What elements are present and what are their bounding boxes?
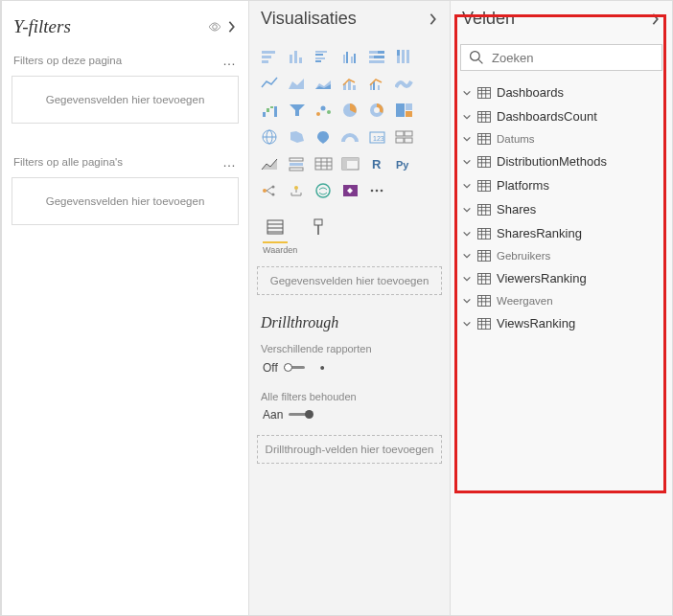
keep-filters-toggle[interactable] <box>289 410 313 420</box>
viz-card-icon[interactable]: 123 <box>366 126 389 148</box>
field-row[interactable]: Gebruikers <box>451 245 672 266</box>
field-row[interactable]: Shares <box>451 197 672 221</box>
svg-rect-4 <box>294 51 297 63</box>
viz-100-bar-icon[interactable] <box>366 46 389 67</box>
field-row[interactable]: DistributionMethods <box>451 149 672 173</box>
svg-rect-30 <box>267 108 269 112</box>
svg-rect-87 <box>478 87 491 98</box>
viz-matrix-icon[interactable] <box>339 153 362 174</box>
viz-stacked-column-icon[interactable] <box>286 46 309 67</box>
table-icon <box>477 318 491 330</box>
svg-point-74 <box>316 184 330 197</box>
viz-donut-icon[interactable] <box>366 100 389 121</box>
viz-qa-icon[interactable] <box>313 180 336 201</box>
viz-type-grid: 123 R Py <box>249 38 450 207</box>
field-row[interactable]: ViewsRanking <box>451 311 672 335</box>
format-tab[interactable] <box>305 217 330 243</box>
chevron-right-icon[interactable] <box>651 12 661 26</box>
viz-kpi-icon[interactable] <box>259 153 282 174</box>
viz-scatter-icon[interactable] <box>313 100 336 121</box>
search-input[interactable] <box>492 51 654 65</box>
chevron-down-icon <box>462 112 472 122</box>
viz-stacked-area-icon[interactable] <box>313 73 336 94</box>
viz-table-icon[interactable] <box>313 153 336 174</box>
viz-tabs <box>249 207 450 245</box>
values-dropzone[interactable]: Gegevensvelden hier toevoegen <box>257 266 442 295</box>
svg-rect-6 <box>315 51 327 53</box>
field-row[interactable]: Platforms <box>451 173 672 197</box>
svg-point-76 <box>371 190 374 193</box>
chevron-down-icon <box>462 88 472 98</box>
more-icon[interactable]: … <box>222 53 237 68</box>
field-row[interactable]: Weergaven <box>451 290 672 311</box>
viz-100-column-icon[interactable] <box>393 46 416 67</box>
viz-line-icon[interactable] <box>259 73 282 94</box>
field-row[interactable]: Dashboards <box>451 80 672 104</box>
viz-powerapps-icon[interactable] <box>339 180 362 201</box>
field-label: DashboardsCount <box>497 109 597 124</box>
table-icon <box>477 87 491 99</box>
field-row[interactable]: ViewersRanking <box>451 266 672 290</box>
filter-page-dropzone[interactable]: Gegevensvelden hier toevoegen <box>12 76 239 124</box>
svg-rect-127 <box>478 273 491 284</box>
svg-rect-107 <box>478 180 491 191</box>
field-label: DistributionMethods <box>497 154 607 169</box>
field-row[interactable]: DashboardsCount <box>451 104 672 128</box>
viz-waterfall-icon[interactable] <box>259 100 282 121</box>
viz-clustered-column-icon[interactable] <box>339 46 362 67</box>
viz-r-icon[interactable]: R <box>366 153 389 174</box>
search-icon <box>469 50 484 65</box>
chevron-right-icon[interactable] <box>227 20 237 34</box>
viz-key-influencers-icon[interactable] <box>259 180 282 201</box>
viz-ribbon-icon[interactable] <box>393 73 416 94</box>
svg-rect-18 <box>369 60 384 63</box>
field-row[interactable]: SharesRanking <box>451 221 672 245</box>
svg-point-38 <box>374 107 380 113</box>
drillthrough-dropzone[interactable]: Drillthrough-velden hier toevoegen <box>257 435 442 464</box>
table-icon <box>477 250 491 262</box>
svg-rect-31 <box>270 106 273 108</box>
svg-point-77 <box>376 190 379 193</box>
chevron-down-icon <box>462 134 472 144</box>
viz-decomposition-icon[interactable] <box>286 180 309 201</box>
fields-search[interactable] <box>460 44 662 71</box>
viz-treemap-icon[interactable] <box>393 100 416 121</box>
viz-python-icon[interactable]: Py <box>393 153 416 174</box>
viz-multi-card-icon[interactable] <box>393 126 416 148</box>
viz-title: Visualisaties <box>261 9 357 29</box>
svg-rect-48 <box>405 131 412 136</box>
svg-rect-54 <box>315 158 332 170</box>
field-row[interactable]: Datums <box>451 128 672 149</box>
svg-rect-49 <box>396 138 404 143</box>
svg-rect-97 <box>478 133 491 144</box>
viz-map-icon[interactable] <box>259 126 282 148</box>
viz-filled-map-icon[interactable] <box>286 126 309 148</box>
viz-funnel-icon[interactable] <box>286 100 309 121</box>
svg-rect-28 <box>378 85 380 90</box>
fields-tab[interactable] <box>263 217 288 243</box>
viz-clustered-bar-icon[interactable] <box>313 46 336 67</box>
chevron-right-icon[interactable] <box>429 12 438 26</box>
svg-point-85 <box>471 52 480 61</box>
filter-all-dropzone[interactable]: Gegevensvelden hier toevoegen <box>12 177 239 225</box>
svg-rect-21 <box>402 50 405 63</box>
viz-more-icon[interactable] <box>366 180 389 201</box>
cross-report-toggle[interactable] <box>284 363 309 373</box>
viz-pie-icon[interactable] <box>339 100 362 121</box>
viz-line-column-icon[interactable] <box>339 73 362 94</box>
viz-line-clustered-icon[interactable] <box>366 73 389 94</box>
visualizations-panel: Visualisaties 123 R Py <box>248 1 450 615</box>
svg-point-64 <box>263 189 267 193</box>
chevron-down-icon <box>462 251 472 261</box>
viz-area-icon[interactable] <box>286 73 309 94</box>
eye-icon[interactable] <box>208 20 221 34</box>
filters-panel: Y-filters Filters op deze pagina … Gegev… <box>1 1 248 615</box>
viz-shape-map-icon[interactable] <box>313 126 336 148</box>
viz-slicer-icon[interactable] <box>286 153 309 174</box>
viz-stacked-bar-icon[interactable] <box>259 46 282 67</box>
viz-gauge-icon[interactable] <box>339 126 362 148</box>
fields-title: Velden <box>462 9 515 29</box>
more-icon[interactable]: … <box>222 154 237 170</box>
svg-rect-32 <box>274 106 277 117</box>
svg-rect-52 <box>290 163 303 166</box>
